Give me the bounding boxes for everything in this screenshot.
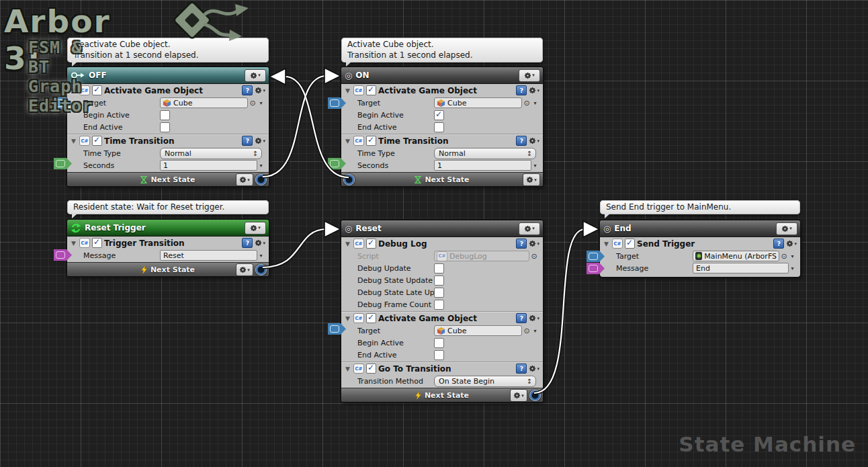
state-header-reset-trigger[interactable]: Reset Trigger ▾ (67, 220, 269, 237)
foldout-icon[interactable]: ▼ (70, 87, 77, 94)
behaviour-enabled-checkbox[interactable] (366, 364, 376, 374)
dropdown-arrow-icon[interactable]: ▾ (789, 265, 796, 271)
state-header-on[interactable]: ◎ ON ▾ (341, 67, 543, 84)
wire-resettrigger-to-reset[interactable] (263, 229, 327, 267)
next-state-bar[interactable]: Next State ▾ (67, 172, 269, 186)
dropdown-arrow-icon[interactable]: ▾ (531, 100, 539, 106)
behaviour-settings-button[interactable]: ▾ (529, 137, 539, 144)
state-settings-button[interactable]: ▾ (519, 69, 540, 82)
dropdown-arrow-icon[interactable]: ▾ (257, 100, 265, 106)
foldout-icon[interactable]: ▼ (70, 240, 77, 247)
object-field[interactable]: Cube (434, 97, 522, 108)
state-header-off[interactable]: OFF ▾ (67, 67, 269, 84)
arbor-graph-editor-canvas[interactable]: State Machine OFF ▾ ▼ C# (0, 0, 868, 467)
object-field[interactable]: Cube (160, 97, 248, 108)
message-input[interactable]: Reset (160, 250, 257, 261)
behaviour-settings-button[interactable]: ▾ (255, 87, 265, 94)
foldout-icon[interactable]: ▼ (344, 366, 351, 372)
state-comment-reset-trigger[interactable]: Resident state: Wait for Reset trigger. (67, 200, 269, 214)
state-header-end[interactable]: ◎ End ▾ (600, 220, 800, 237)
checkbox[interactable] (160, 110, 170, 120)
behaviour-settings-button[interactable]: ▾ (255, 239, 265, 247)
state-comment-on[interactable]: Activate Cube object. Transition at 1 se… (341, 38, 543, 62)
checkbox[interactable] (434, 338, 444, 348)
foldout-icon[interactable]: ▼ (70, 138, 77, 144)
next-state-port[interactable] (529, 390, 541, 401)
transition-settings-button[interactable]: ▾ (510, 389, 527, 402)
foldout-icon[interactable]: ▼ (344, 138, 351, 144)
help-icon[interactable]: ? (242, 136, 253, 146)
state-settings-button[interactable]: ▾ (245, 69, 266, 82)
help-icon[interactable]: ? (242, 85, 253, 95)
checkbox[interactable] (434, 288, 444, 298)
transition-settings-button[interactable]: ▾ (236, 173, 253, 186)
state-settings-button[interactable]: ▾ (245, 222, 266, 235)
help-icon[interactable]: ? (516, 313, 527, 323)
foldout-icon[interactable]: ▼ (344, 315, 351, 322)
dropdown-arrow-icon[interactable]: ▾ (531, 163, 539, 169)
fsm-icon: ✱ (695, 252, 702, 260)
state-settings-button[interactable]: ▾ (776, 222, 797, 235)
checkbox[interactable] (160, 122, 170, 132)
help-icon[interactable]: ? (516, 136, 527, 146)
help-icon[interactable]: ? (516, 239, 527, 249)
time-type-popup[interactable]: Normal ↕ (434, 148, 536, 159)
dropdown-arrow-icon[interactable]: ▾ (257, 163, 265, 169)
object-picker-icon[interactable]: ⊙ (522, 99, 531, 108)
time-type-popup[interactable]: Normal ↕ (160, 148, 262, 159)
behaviour-enabled-checkbox[interactable] (92, 238, 102, 248)
help-icon[interactable]: ? (516, 364, 527, 374)
object-picker-icon[interactable]: ⊙ (522, 327, 531, 335)
transition-settings-button[interactable]: ▾ (236, 263, 253, 276)
checkbox[interactable] (434, 275, 444, 286)
behaviour-settings-button[interactable]: ▾ (255, 137, 265, 144)
behaviour-enabled-checkbox[interactable] (92, 85, 102, 95)
dropdown-arrow-icon[interactable]: ▾ (531, 328, 539, 334)
behaviour-settings-button[interactable]: ▾ (529, 240, 539, 247)
checkbox[interactable] (434, 263, 444, 273)
behaviour-enabled-checkbox[interactable] (625, 239, 635, 249)
behaviour-settings-button[interactable]: ▾ (529, 314, 539, 322)
behaviour-enabled-checkbox[interactable] (92, 136, 102, 146)
state-settings-button[interactable]: ▾ (519, 222, 540, 235)
checkbox[interactable] (434, 300, 444, 310)
checkbox[interactable] (434, 110, 444, 120)
behaviour-title: Send Trigger (637, 239, 771, 249)
object-picker-icon[interactable]: ⊙ (779, 252, 789, 261)
object-picker-icon[interactable]: ⊙ (248, 99, 257, 108)
help-icon[interactable]: ? (516, 85, 527, 95)
dropdown-arrow-icon[interactable]: ▾ (789, 253, 796, 259)
help-icon[interactable]: ? (242, 238, 253, 248)
checkbox[interactable] (434, 122, 444, 132)
wire-off-to-on[interactable] (263, 76, 327, 177)
message-input[interactable]: End (693, 263, 789, 273)
behaviour-enabled-checkbox[interactable] (366, 313, 376, 323)
foldout-icon[interactable]: ▼ (344, 87, 351, 94)
next-state-bar[interactable]: Next State ▾ (341, 388, 543, 402)
behaviour-enabled-checkbox[interactable] (366, 85, 376, 95)
help-icon[interactable]: ? (773, 239, 784, 249)
seconds-input[interactable]: 1 (434, 160, 531, 171)
foldout-icon[interactable]: ▼ (603, 241, 610, 247)
object-field[interactable]: ✱ MainMenu (ArborFS (693, 251, 779, 261)
state-comment-end[interactable]: Send End trigger to MainMenu. (600, 200, 800, 214)
object-field[interactable]: Cube (434, 325, 522, 336)
next-state-port[interactable] (255, 174, 267, 185)
behaviour-enabled-checkbox[interactable] (366, 239, 376, 249)
next-state-port[interactable] (343, 174, 355, 185)
next-state-bar[interactable]: Next State ▾ (341, 172, 543, 186)
behaviour-settings-button[interactable]: ▾ (786, 240, 797, 247)
checkbox[interactable] (434, 350, 444, 360)
next-state-port[interactable] (255, 264, 267, 275)
state-header-reset[interactable]: ◎ Reset ▾ (341, 220, 543, 237)
transition-settings-button[interactable]: ▾ (523, 173, 540, 186)
behaviour-enabled-checkbox[interactable] (366, 136, 376, 146)
state-comment-off[interactable]: Deactivate Cube object. Transition at 1 … (67, 38, 269, 62)
transition-method-popup[interactable]: On State Begin ↕ (434, 376, 536, 387)
next-state-bar[interactable]: Next State ▾ (67, 262, 269, 276)
foldout-icon[interactable]: ▼ (344, 241, 351, 247)
behaviour-settings-button[interactable]: ▾ (529, 87, 539, 94)
behaviour-settings-button[interactable]: ▾ (529, 365, 539, 372)
seconds-input[interactable]: 1 (160, 160, 257, 171)
dropdown-arrow-icon[interactable]: ▾ (257, 253, 265, 259)
